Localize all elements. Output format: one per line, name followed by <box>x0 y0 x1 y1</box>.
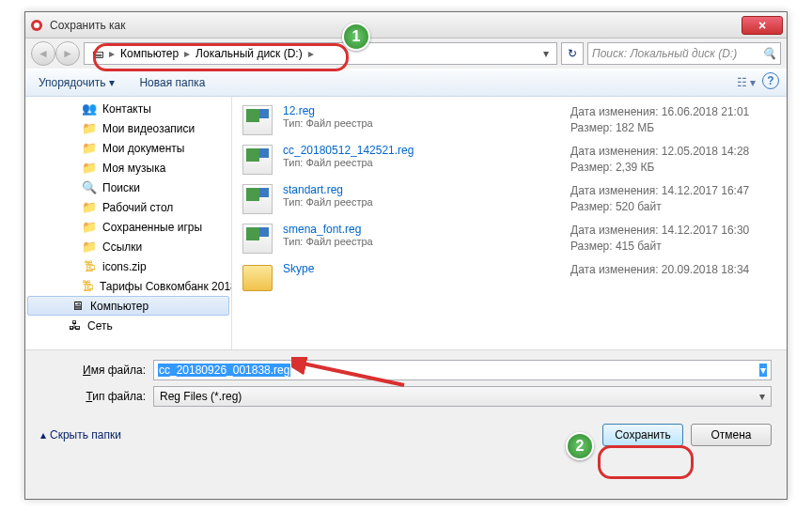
folder-icon: 🗜 <box>82 279 94 294</box>
file-date: Дата изменения: 16.06.2018 21:01 <box>570 104 777 120</box>
computer-icon: 🖥 <box>70 299 85 314</box>
tree-item-label: Контакты <box>102 102 151 116</box>
folder-icon: 📁 <box>82 220 97 235</box>
chevron-right-icon: ▸ <box>306 47 316 60</box>
drive-icon: 🖴 <box>88 43 107 64</box>
file-size: Размер: 520 байт <box>570 199 777 215</box>
organize-button[interactable]: Упорядочить ▾ <box>33 72 120 93</box>
cancel-button[interactable]: Отмена <box>691 424 772 446</box>
folder-icon: 📁 <box>82 200 97 215</box>
file-name: Skype <box>283 262 561 275</box>
folder-icon: 📁 <box>82 161 97 176</box>
save-as-dialog: Сохранить как × ◄ ► 🖴 ▸ Компьютер ▸ Лока… <box>24 11 788 500</box>
file-size: Размер: 415 байт <box>570 239 777 255</box>
footer: ▴Скрыть папки Сохранить Отмена <box>25 416 787 459</box>
chevron-up-icon: ▴ <box>40 428 46 441</box>
file-type: Тип: Файл реестра <box>283 196 561 208</box>
file-date: Дата изменения: 14.12.2017 16:30 <box>570 223 777 239</box>
file-size: Размер: 182 МБ <box>570 120 777 136</box>
folder-icon <box>242 265 273 291</box>
tree-computer[interactable]: 🖥Компьютер <box>27 296 229 316</box>
content-area: 👥Контакты📁Мои видеозаписи📁Мои документы📁… <box>25 97 787 350</box>
file-date: Дата изменения: 14.12.2017 16:47 <box>570 183 777 199</box>
breadcrumb-computer[interactable]: Компьютер <box>117 43 182 64</box>
tree-item-label: icons.zip <box>102 260 147 273</box>
tree-item[interactable]: 🔍Поиски <box>25 178 231 197</box>
filename-label: Имя файла: <box>40 364 153 377</box>
file-type: Тип: Файл реестра <box>283 236 561 247</box>
help-button[interactable]: ? <box>762 72 779 89</box>
chevron-down-icon: ▾ <box>109 76 115 89</box>
tree-item[interactable]: 📁Мои видеозаписи <box>25 118 231 138</box>
file-type: Тип: Файл реестра <box>283 117 561 129</box>
tree-item-label: Моя музыка <box>102 162 165 175</box>
tree-item-label: Сохраненные игры <box>102 221 202 234</box>
file-name: smena_font.reg <box>283 223 561 236</box>
refresh-button[interactable]: ↻ <box>561 42 584 65</box>
save-button[interactable]: Сохранить <box>602 424 683 446</box>
nav-buttons: ◄ ► <box>31 41 80 66</box>
tree-item-label: Сеть <box>87 319 113 333</box>
reg-file-icon <box>242 105 273 135</box>
svg-point-1 <box>34 23 39 28</box>
search-input[interactable]: Поиск: Локальный диск (D:) 🔍 <box>587 42 781 65</box>
file-item[interactable]: SkypeДата изменения: 20.09.2018 18:34 <box>240 258 779 298</box>
tree-item[interactable]: 🗜icons.zip <box>25 256 231 276</box>
tree-item[interactable]: 📁Мои документы <box>25 138 231 158</box>
file-type: Тип: Файл реестра <box>283 157 561 168</box>
hide-folders-link[interactable]: ▴Скрыть папки <box>40 428 121 441</box>
tree-item[interactable]: 📁Ссылки <box>25 237 231 256</box>
folder-icon: 📁 <box>82 141 97 156</box>
tree-item[interactable]: 👥Контакты <box>25 99 231 118</box>
file-name: 12.reg <box>283 104 561 117</box>
reg-file-icon <box>242 224 273 254</box>
file-item[interactable]: 12.regТип: Файл реестраДата изменения: 1… <box>240 101 779 140</box>
file-item[interactable]: smena_font.regТип: Файл реестраДата изме… <box>240 219 779 258</box>
tree-item-label: Мои документы <box>102 142 184 155</box>
folder-icon: 🗜 <box>82 259 97 274</box>
address-bar[interactable]: 🖴 ▸ Компьютер ▸ Локальный диск (D:) ▸ ▾ <box>84 42 557 65</box>
filetype-label: Тип файла: <box>40 390 153 403</box>
tree-item-label: Рабочий стол <box>102 201 173 214</box>
tree-item[interactable]: 🗜Тарифы Совкомбанк 2018. <box>25 276 231 296</box>
tree-item-label: Мои видеозаписи <box>102 122 195 135</box>
address-dropdown[interactable]: ▾ <box>539 47 553 60</box>
filetype-combo[interactable]: Reg Files (*.reg)▾ <box>153 386 772 407</box>
file-name: standart.reg <box>283 183 561 196</box>
file-item[interactable]: cc_20180512_142521.regТип: Файл реестраД… <box>240 140 779 179</box>
window-title: Сохранить как <box>50 19 742 32</box>
filename-input[interactable]: cc_20180926_001838.reg▾ <box>153 360 772 380</box>
tree-item[interactable]: 📁Сохраненные игры <box>25 217 231 237</box>
file-date: Дата изменения: 12.05.2018 14:28 <box>570 144 777 160</box>
search-icon: 🔍 <box>762 47 776 60</box>
tree-network[interactable]: 🖧Сеть <box>25 316 231 335</box>
chevron-right-icon: ▸ <box>107 47 117 60</box>
file-item[interactable]: standart.regТип: Файл реестраДата измене… <box>240 179 779 219</box>
marker-2: 2 <box>566 432 594 460</box>
chevron-down-icon[interactable]: ▾ <box>759 390 765 403</box>
svg-line-2 <box>299 363 404 385</box>
chevron-down-icon[interactable]: ▾ <box>759 364 767 377</box>
tree-item-label: Тарифы Совкомбанк 2018. <box>100 280 232 293</box>
reg-file-icon <box>242 145 273 175</box>
back-button[interactable]: ◄ <box>31 41 55 66</box>
view-button[interactable]: ☷ ▾ <box>736 72 757 93</box>
forward-button[interactable]: ► <box>55 41 80 66</box>
file-date: Дата изменения: 20.09.2018 18:34 <box>570 262 777 278</box>
folder-icon: 📁 <box>82 121 97 136</box>
new-folder-button[interactable]: Новая папка <box>133 72 211 93</box>
network-icon: 🖧 <box>67 318 82 333</box>
tree-item[interactable]: 📁Рабочий стол <box>25 197 231 217</box>
tree-item[interactable]: 📁Моя музыка <box>25 158 231 178</box>
navbar: ◄ ► 🖴 ▸ Компьютер ▸ Локальный диск (D:) … <box>25 39 787 69</box>
file-list[interactable]: 12.regТип: Файл реестраДата изменения: 1… <box>232 97 787 349</box>
folder-icon: 👥 <box>82 101 97 116</box>
folder-icon: 📁 <box>82 240 97 255</box>
close-button[interactable]: × <box>742 16 783 35</box>
chevron-right-icon: ▸ <box>182 47 192 60</box>
tree-view[interactable]: 👥Контакты📁Мои видеозаписи📁Мои документы📁… <box>25 97 232 349</box>
toolbar: Упорядочить ▾ Новая папка ☷ ▾ ? <box>25 69 787 97</box>
breadcrumb-drive[interactable]: Локальный диск (D:) <box>192 43 306 64</box>
tree-item-label: Поиски <box>102 181 140 194</box>
file-name: cc_20180512_142521.reg <box>283 144 561 157</box>
